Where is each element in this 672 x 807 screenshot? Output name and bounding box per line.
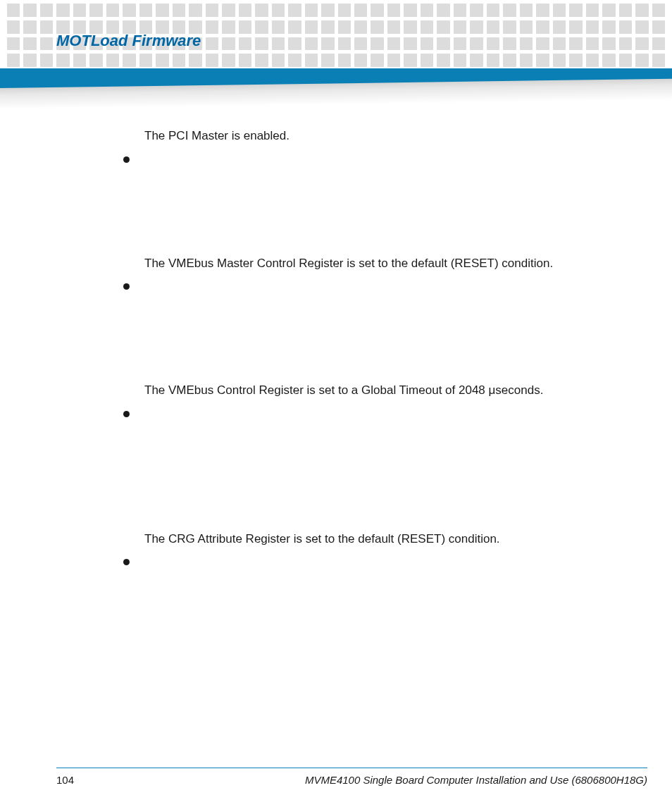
list-item-text: The PCI Master is enabled. — [144, 127, 623, 145]
bullet-icon — [123, 559, 130, 565]
bullet-icon — [123, 156, 130, 163]
list-item-text: The VMEbus Control Register is set to a … — [144, 381, 623, 400]
document-title: MVME4100 Single Board Computer Installat… — [305, 774, 647, 786]
list-item-text: The CRG Attribute Register is set to the… — [144, 530, 623, 548]
list-item — [116, 151, 623, 163]
list-item — [116, 278, 623, 290]
page-title: MOTLoad Firmware — [56, 32, 201, 50]
list-item — [116, 405, 623, 417]
page-number: 104 — [56, 774, 74, 786]
bullet-icon — [123, 411, 130, 417]
page-footer: 104 MVME4100 Single Board Computer Insta… — [56, 774, 647, 786]
footer-divider — [56, 768, 647, 768]
content-area: The PCI Master is enabled. The VMEbus Ma… — [116, 127, 623, 657]
list-item-text: The VMEbus Master Control Register is se… — [144, 254, 623, 273]
bullet-icon — [123, 283, 130, 290]
list-item — [116, 553, 623, 565]
